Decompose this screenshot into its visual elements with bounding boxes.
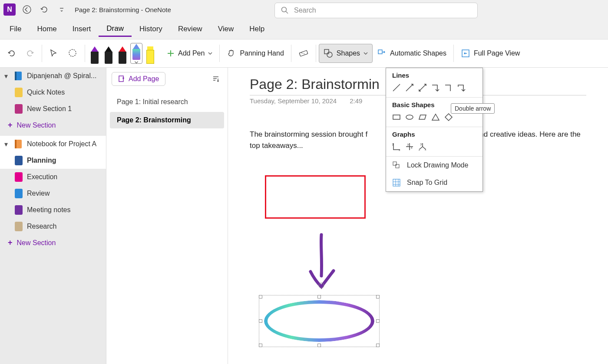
svg-point-5 bbox=[327, 52, 332, 57]
notebook-label: Notebook for Project A bbox=[27, 140, 96, 148]
add-page-button[interactable]: Add Page bbox=[112, 72, 165, 86]
main-area: ▾ Dipanjenah @ Spiral... Quick Notes New… bbox=[0, 68, 608, 364]
chevron-down-icon: ▾ bbox=[4, 140, 10, 148]
select-tool[interactable] bbox=[45, 44, 63, 63]
lock-drawing-mode[interactable]: Lock Drawing Mode bbox=[386, 157, 482, 174]
page-date: Tuesday, September 10, 2024 bbox=[250, 97, 337, 105]
section-label: Planning bbox=[27, 157, 56, 164]
shape-elbow[interactable] bbox=[443, 82, 454, 93]
menu-view[interactable]: View bbox=[210, 22, 242, 36]
shape-ellipse[interactable] bbox=[404, 112, 415, 122]
full-page-view-button[interactable]: Full Page View bbox=[456, 44, 524, 63]
sort-icon bbox=[212, 75, 220, 83]
back-button[interactable] bbox=[21, 3, 33, 16]
dd-graphs-header: Graphs bbox=[386, 127, 482, 140]
shape-double-arrow-diag[interactable] bbox=[417, 82, 428, 93]
highlighter-yellow[interactable] bbox=[144, 43, 156, 64]
new-section-label: New Section bbox=[17, 239, 56, 247]
undo-button[interactable] bbox=[38, 3, 50, 16]
section-meeting-notes[interactable]: Meeting notes bbox=[0, 202, 106, 218]
resize-handle[interactable] bbox=[376, 295, 380, 298]
undo-ribbon-button[interactable] bbox=[3, 44, 21, 63]
dd-graphs-row: yx yx yzx bbox=[386, 140, 482, 156]
shape-line[interactable] bbox=[391, 82, 402, 93]
lasso-tool[interactable] bbox=[63, 44, 82, 63]
shape-rectangle[interactable] bbox=[391, 112, 402, 122]
snap-grid-label: Snap To Grid bbox=[407, 179, 447, 187]
svg-text:y: y bbox=[420, 142, 422, 146]
snap-grid-icon bbox=[392, 178, 401, 187]
menu-insert[interactable]: Insert bbox=[65, 22, 99, 36]
svg-point-0 bbox=[23, 6, 31, 13]
shape-graph-quadrant[interactable]: yx bbox=[404, 141, 415, 152]
menu-draw[interactable]: Draw bbox=[99, 22, 132, 37]
app-icon: N bbox=[3, 3, 16, 16]
red-rectangle-shape[interactable] bbox=[265, 175, 366, 219]
shape-graph-xy[interactable]: yx bbox=[391, 141, 402, 152]
notebook-header-1[interactable]: ▾ Dipanjenah @ Spiral... bbox=[0, 68, 106, 84]
shape-arrow[interactable] bbox=[404, 82, 415, 93]
shape-elbow-arrow[interactable] bbox=[430, 82, 441, 93]
menu-file[interactable]: File bbox=[2, 22, 29, 36]
purple-arrow-drawing[interactable] bbox=[304, 233, 339, 293]
panning-hand-button[interactable]: Panning Hand bbox=[222, 44, 288, 63]
search-placeholder: Search bbox=[294, 7, 316, 14]
pen-gradient[interactable] bbox=[130, 43, 142, 64]
resize-handle[interactable] bbox=[376, 319, 380, 323]
quick-access-dropdown[interactable] bbox=[56, 3, 68, 16]
section-label: Research bbox=[27, 223, 56, 230]
pen-purple[interactable] bbox=[89, 43, 101, 64]
automatic-shapes-label: Automatic Shapes bbox=[390, 49, 446, 57]
menu-home[interactable]: Home bbox=[29, 22, 64, 36]
snap-to-grid[interactable]: Snap To Grid bbox=[386, 174, 482, 191]
redo-ribbon-button[interactable] bbox=[21, 44, 39, 63]
sort-pages-button[interactable] bbox=[209, 72, 222, 85]
section-color-icon bbox=[15, 189, 23, 198]
svg-rect-25 bbox=[393, 179, 400, 186]
notebook-header-2[interactable]: ▾ Notebook for Project A bbox=[0, 136, 106, 152]
page-time: 2:49 bbox=[350, 97, 362, 105]
section-research[interactable]: Research bbox=[0, 218, 106, 235]
page-item-1[interactable]: Page 1: Initial research bbox=[110, 94, 224, 110]
menu-help[interactable]: Help bbox=[241, 22, 272, 36]
section-review[interactable]: Review bbox=[0, 185, 106, 202]
resize-handle[interactable] bbox=[376, 344, 380, 347]
menu-history[interactable]: History bbox=[132, 22, 170, 36]
add-pen-button[interactable]: Add Pen bbox=[162, 44, 217, 63]
shape-double-arrow[interactable] bbox=[456, 82, 467, 93]
shape-triangle[interactable] bbox=[430, 112, 441, 122]
gradient-ellipse-selected[interactable] bbox=[261, 297, 378, 345]
section-color-icon bbox=[15, 222, 23, 231]
svg-rect-12 bbox=[119, 76, 123, 82]
resize-handle[interactable] bbox=[259, 295, 262, 298]
section-quick-notes[interactable]: Quick Notes bbox=[0, 84, 106, 101]
resize-handle[interactable] bbox=[317, 295, 321, 298]
menu-review[interactable]: Review bbox=[170, 22, 210, 36]
page-item-2[interactable]: Page 2: Brainstorming bbox=[110, 112, 224, 128]
shape-parallelogram[interactable] bbox=[417, 112, 428, 122]
new-section-button-1[interactable]: + New Section bbox=[0, 117, 106, 133]
section-label: New Section 1 bbox=[27, 105, 72, 113]
search-icon bbox=[281, 7, 289, 14]
automatic-shapes-button[interactable]: Automatic Shapes bbox=[373, 44, 451, 63]
section-planning[interactable]: Planning bbox=[0, 152, 106, 169]
shape-graph-3d[interactable]: yzx bbox=[417, 141, 428, 152]
pen-black[interactable] bbox=[102, 43, 115, 64]
plus-icon: + bbox=[8, 238, 13, 247]
notebook-icon bbox=[14, 71, 23, 81]
resize-handle[interactable] bbox=[317, 344, 321, 347]
section-new-section-1[interactable]: New Section 1 bbox=[0, 101, 106, 117]
svg-text:x: x bbox=[425, 148, 426, 151]
ruler-button[interactable] bbox=[294, 44, 313, 63]
auto-shapes-icon bbox=[377, 49, 387, 58]
new-section-label: New Section bbox=[17, 121, 56, 129]
resize-handle[interactable] bbox=[259, 319, 262, 323]
section-execution[interactable]: Execution bbox=[0, 169, 106, 185]
new-section-button-2[interactable]: + New Section bbox=[0, 235, 106, 251]
shapes-button[interactable]: Shapes bbox=[319, 44, 373, 63]
svg-text:x: x bbox=[399, 148, 400, 151]
section-color-icon bbox=[15, 104, 23, 114]
pen-red[interactable] bbox=[116, 43, 129, 64]
search-input[interactable]: Search bbox=[274, 3, 478, 18]
resize-handle[interactable] bbox=[259, 344, 262, 347]
